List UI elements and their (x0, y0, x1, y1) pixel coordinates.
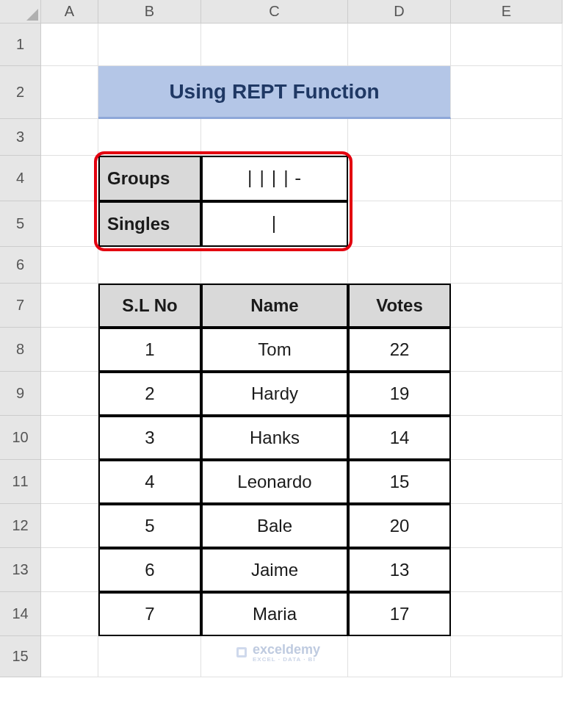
cell-A3[interactable] (41, 119, 98, 156)
row-header-3[interactable]: 3 (0, 119, 41, 156)
cell-E8[interactable] (451, 328, 563, 372)
table-row-votes[interactable]: 13 (348, 548, 451, 592)
cell-A12[interactable] (41, 504, 98, 548)
cell-A7[interactable] (41, 284, 98, 328)
table-row-votes[interactable]: 22 (348, 328, 451, 372)
cell-A1[interactable] (41, 24, 98, 66)
table-row-sl[interactable]: 3 (98, 416, 201, 460)
table-row-sl[interactable]: 4 (98, 460, 201, 504)
row-header-13[interactable]: 13 (0, 548, 41, 592)
table-row-name[interactable]: Hardy (201, 372, 348, 416)
row-header-11[interactable]: 11 (0, 460, 41, 504)
mini-label-groups[interactable]: Groups (98, 156, 201, 201)
watermark-sub: EXCEL · DATA · BI (253, 656, 320, 663)
spreadsheet: ABCDE 123456789101112131415 Using REPT F… (0, 0, 564, 728)
row-header-10[interactable]: 10 (0, 416, 41, 460)
table-row-sl[interactable]: 1 (98, 328, 201, 372)
table-row-sl[interactable]: 7 (98, 592, 201, 636)
table-row-votes[interactable]: 20 (348, 504, 451, 548)
cell-E3[interactable] (451, 119, 563, 156)
cell-B15[interactable] (98, 636, 201, 677)
table-row-sl[interactable]: 5 (98, 504, 201, 548)
table-row-votes[interactable]: 15 (348, 460, 451, 504)
cell-E14[interactable] (451, 592, 563, 636)
mini-value-singles[interactable]: | (201, 201, 348, 247)
table-row-name[interactable]: Tom (201, 328, 348, 372)
table-row-votes[interactable]: 14 (348, 416, 451, 460)
table-row-sl[interactable]: 2 (98, 372, 201, 416)
row-header-8[interactable]: 8 (0, 328, 41, 372)
mini-label-singles[interactable]: Singles (98, 201, 201, 247)
column-header-B[interactable]: B (98, 0, 201, 24)
cell-C3[interactable] (201, 119, 348, 156)
svg-rect-2 (239, 649, 245, 655)
table-row-name[interactable]: Jaime (201, 548, 348, 592)
row-header-4[interactable]: 4 (0, 156, 41, 201)
cell-A2[interactable] (41, 66, 98, 119)
cell-E5[interactable] (451, 201, 563, 247)
cell-E1[interactable] (451, 24, 563, 66)
table-row-name[interactable]: Hanks (201, 416, 348, 460)
cell-B3[interactable] (98, 119, 201, 156)
cell-A6[interactable] (41, 247, 98, 284)
select-all-triangle-icon (26, 9, 38, 21)
cell-A11[interactable] (41, 460, 98, 504)
table-header-sl[interactable]: S.L No (98, 284, 201, 328)
cell-E2[interactable] (451, 66, 563, 119)
cell-E6[interactable] (451, 247, 563, 284)
column-header-E[interactable]: E (451, 0, 563, 24)
row-header-6[interactable]: 6 (0, 247, 41, 284)
cell-A13[interactable] (41, 548, 98, 592)
row-header-5[interactable]: 5 (0, 201, 41, 247)
column-header-D[interactable]: D (348, 0, 451, 24)
row-header-12[interactable]: 12 (0, 504, 41, 548)
row-header-2[interactable]: 2 (0, 66, 41, 119)
table-header-name[interactable]: Name (201, 284, 348, 328)
table-row-name[interactable]: Leonardo (201, 460, 348, 504)
cell-A8[interactable] (41, 328, 98, 372)
cell-A4[interactable] (41, 156, 98, 201)
cell-D15[interactable] (348, 636, 451, 677)
column-header-A[interactable]: A (41, 0, 98, 24)
cell-E10[interactable] (451, 416, 563, 460)
table-row-name[interactable]: Maria (201, 592, 348, 636)
cell-D5[interactable] (348, 201, 451, 247)
cell-A9[interactable] (41, 372, 98, 416)
table-row-votes[interactable]: 17 (348, 592, 451, 636)
cell-A14[interactable] (41, 592, 98, 636)
svg-marker-0 (26, 9, 38, 21)
page-title[interactable]: Using REPT Function (98, 66, 451, 119)
cell-E9[interactable] (451, 372, 563, 416)
select-all-corner[interactable] (0, 0, 41, 24)
cell-E15[interactable] (451, 636, 563, 677)
column-headers: ABCDE (41, 0, 563, 24)
table-row-sl[interactable]: 6 (98, 548, 201, 592)
cell-E7[interactable] (451, 284, 563, 328)
cell-A5[interactable] (41, 201, 98, 247)
row-header-1[interactable]: 1 (0, 24, 41, 66)
table-row-name[interactable]: Bale (201, 504, 348, 548)
table-row-votes[interactable]: 19 (348, 372, 451, 416)
cell-B6[interactable] (98, 247, 201, 284)
cell-E4[interactable] (451, 156, 563, 201)
cell-D6[interactable] (348, 247, 451, 284)
cell-B1[interactable] (98, 24, 201, 66)
cell-A10[interactable] (41, 416, 98, 460)
row-header-15[interactable]: 15 (0, 636, 41, 677)
row-header-7[interactable]: 7 (0, 284, 41, 328)
column-header-C[interactable]: C (201, 0, 348, 24)
row-header-14[interactable]: 14 (0, 592, 41, 636)
cell-D1[interactable] (348, 24, 451, 66)
cell-E11[interactable] (451, 460, 563, 504)
cell-E13[interactable] (451, 548, 563, 592)
mini-value-groups[interactable]: ||||- (201, 156, 348, 201)
watermark: exceldemyEXCEL · DATA · BI (235, 642, 320, 663)
cell-D3[interactable] (348, 119, 451, 156)
cell-C1[interactable] (201, 24, 348, 66)
cell-D4[interactable] (348, 156, 451, 201)
table-header-votes[interactable]: Votes (348, 284, 451, 328)
cell-A15[interactable] (41, 636, 98, 677)
row-header-9[interactable]: 9 (0, 372, 41, 416)
cell-E12[interactable] (451, 504, 563, 548)
cell-C6[interactable] (201, 247, 348, 284)
